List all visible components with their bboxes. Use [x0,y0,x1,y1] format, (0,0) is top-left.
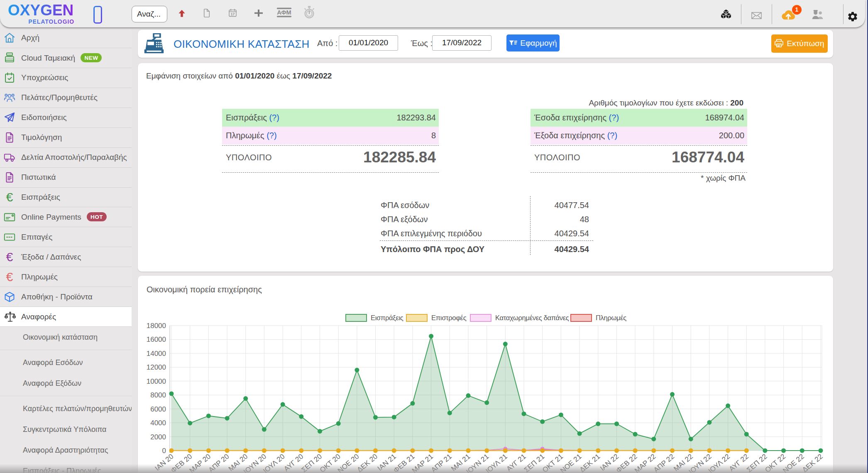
svg-text:14000: 14000 [147,350,166,358]
svg-text:€: € [6,251,13,263]
svg-text:€: € [6,271,13,283]
svg-text:6000: 6000 [150,405,166,413]
svg-text:12000: 12000 [147,363,166,371]
svg-text:8000: 8000 [150,391,166,399]
svg-text:2000: 2000 [150,433,166,441]
svg-text:4000: 4000 [150,419,166,427]
svg-text:17: 17 [231,12,235,16]
svg-text:€: € [6,191,13,203]
svg-text:ΑΦΜ: ΑΦΜ [277,9,291,16]
svg-text:18000: 18000 [147,322,166,330]
svg-text:10000: 10000 [147,377,166,385]
svg-text:16000: 16000 [147,336,166,343]
svg-text:0: 0 [162,447,166,455]
